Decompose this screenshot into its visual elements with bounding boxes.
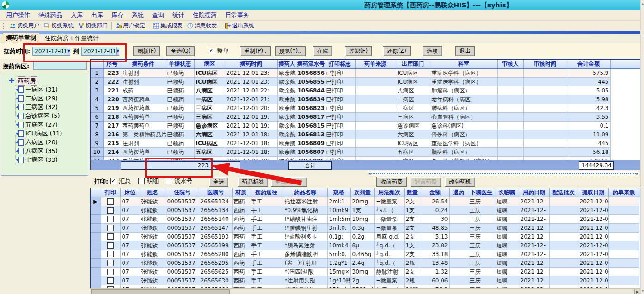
menu-item[interactable]: 系统 bbox=[132, 11, 144, 19]
column-header[interactable]: 病区 bbox=[194, 60, 225, 69]
scroll-right-icon[interactable]: ► bbox=[637, 172, 639, 176]
table-row[interactable]: 07张能钦0005153726565630西药手工*注射用头孢1g*10瓶2g¬… bbox=[91, 276, 640, 285]
scroll-right-icon[interactable]: ▶ bbox=[634, 289, 640, 294]
ward-filter-input[interactable] bbox=[33, 61, 87, 70]
checkbox-box[interactable] bbox=[166, 178, 172, 184]
tree-item-ward[interactable]: ICU病区 (11) bbox=[15, 129, 88, 138]
date-from-picker[interactable]: 2021-12-01 ▼ bbox=[32, 47, 70, 56]
action-button[interactable]: 过滤(F) bbox=[345, 46, 372, 56]
scroll-left-icon[interactable]: ◄ bbox=[368, 172, 370, 176]
menu-item[interactable]: 出库 bbox=[91, 11, 103, 19]
table-row[interactable]: 9215注射剂已领药ICU病区2021-12-01 18:欧余航1056809已… bbox=[91, 139, 640, 148]
report-button[interactable]: 集成报表 bbox=[153, 22, 183, 30]
action-button[interactable]: 改包药机 bbox=[445, 177, 475, 187]
checkbox-box[interactable] bbox=[110, 178, 117, 184]
table-row[interactable]: 5219西药摆药单已领药三病区2021-12-01 20:欧余航1056823已… bbox=[91, 104, 640, 113]
row-print-checkbox[interactable] bbox=[107, 260, 114, 266]
column-header[interactable]: 住院号 bbox=[166, 188, 199, 197]
menu-item[interactable]: 日常事务 bbox=[225, 11, 249, 19]
checkbox[interactable]: 汇总 bbox=[110, 177, 131, 185]
column-header[interactable]: 序号 bbox=[103, 60, 121, 69]
column-header[interactable]: 摆药时间 bbox=[225, 60, 277, 69]
table-row[interactable]: 3221成药已领药八病区2021-12-01 22:欧余航1056844已打印八… bbox=[91, 86, 640, 95]
column-header[interactable]: 审核时间 bbox=[523, 60, 567, 69]
column-header[interactable] bbox=[91, 60, 103, 69]
checkbox[interactable]: 明细 bbox=[138, 177, 159, 185]
column-header[interactable]: 医嘱号 bbox=[199, 188, 232, 197]
column-header[interactable] bbox=[639, 188, 640, 197]
table-row[interactable]: 07张能钦0005153726565147西药手工!*胺碘酮注射3ml:0.0.… bbox=[91, 224, 640, 233]
tree-item-ward[interactable]: 急诊病区 (5) bbox=[15, 111, 88, 120]
action-button[interactable]: 全成份发送 bbox=[271, 177, 307, 187]
column-header[interactable]: 药单来源 bbox=[608, 188, 639, 197]
action-button[interactable]: 选项 bbox=[423, 46, 442, 56]
action-button[interactable]: 在院 bbox=[313, 46, 332, 56]
action-button[interactable]: 收前药费 bbox=[376, 177, 407, 187]
column-header[interactable]: 材质 bbox=[232, 188, 250, 197]
column-header[interactable]: 出库部门 bbox=[396, 60, 430, 69]
column-header[interactable] bbox=[91, 188, 101, 197]
dropdown-arrow-icon[interactable]: ▼ bbox=[67, 47, 70, 55]
column-header[interactable]: 科室 bbox=[430, 60, 497, 69]
menu-item[interactable]: 统计 bbox=[172, 11, 184, 19]
tab-dispense-remake[interactable]: 摆药单重制 bbox=[3, 33, 39, 43]
column-header[interactable]: 摆药流水号 bbox=[296, 60, 325, 69]
switch-system-button[interactable]: 切换系统 bbox=[44, 22, 74, 30]
column-header[interactable]: 退药 bbox=[449, 188, 468, 197]
column-header[interactable]: 审核人 bbox=[497, 60, 523, 69]
dropdown-arrow-icon[interactable]: ▼ bbox=[116, 47, 119, 55]
table-row[interactable]: 6218西药摆药单已领药三病区2021-12-01 19:欧余航1056817已… bbox=[91, 113, 640, 122]
action-button[interactable]: 全选 bbox=[209, 177, 228, 187]
checkbox[interactable]: 流水号 bbox=[166, 177, 192, 185]
switch-dept-button[interactable]: 切换部门 bbox=[78, 22, 108, 30]
table-row[interactable]: 4220西药摆药单已领药一病区2021-12-01 21:欧余航1056834已… bbox=[91, 95, 640, 104]
table-row[interactable]: 07张能钦0005153726565193西药手工!*盐酸利多卡0.1g:0.2… bbox=[91, 233, 640, 241]
row-print-checkbox[interactable] bbox=[107, 216, 114, 222]
menu-item[interactable]: 住院摆药 bbox=[193, 11, 217, 19]
tree-item-ward[interactable]: 六病区 (20) bbox=[15, 138, 88, 147]
table-row[interactable]: 07张能钦0005153726565625西药手工*(国四)盐酸15mg×530… bbox=[91, 268, 640, 276]
column-header[interactable]: 摆药条件 bbox=[121, 60, 166, 69]
row-print-checkbox[interactable] bbox=[107, 207, 114, 214]
menu-item[interactable]: 特殊药品 bbox=[38, 11, 62, 19]
menu-item[interactable]: 用户操作 bbox=[6, 11, 30, 19]
column-header[interactable]: 单据状态 bbox=[166, 60, 194, 69]
message-button[interactable]: 消息收发 bbox=[187, 22, 217, 30]
checkbox-box[interactable] bbox=[209, 48, 215, 54]
action-button[interactable]: 退出 bbox=[455, 46, 475, 56]
column-header[interactable]: 金额 bbox=[421, 188, 449, 197]
action-button[interactable]: 预览(Y).. bbox=[275, 46, 306, 56]
row-print-checkbox[interactable] bbox=[107, 242, 114, 249]
menu-item[interactable]: 入库 bbox=[71, 11, 83, 19]
details-hscrollbar[interactable]: ▶ bbox=[90, 288, 640, 294]
date-to-picker[interactable]: 2021-12-01 ▼ bbox=[81, 47, 119, 56]
tree-item-ward[interactable]: 三病区 (32) bbox=[15, 103, 88, 111]
checkbox-box[interactable] bbox=[138, 178, 145, 184]
scrollbar-thumb[interactable] bbox=[91, 289, 230, 294]
table-row[interactable]: 07张能钦0005153726565666西药手工*碳酸氢钠注250ml:250… bbox=[91, 285, 640, 289]
table-row[interactable]: 10214西药摆药单已领药五病区2021-12-01 18:欧余航1056807… bbox=[91, 148, 640, 157]
menu-item[interactable]: 库存 bbox=[111, 11, 123, 19]
column-header[interactable]: 姓名 bbox=[140, 188, 166, 197]
row-print-checkbox[interactable] bbox=[107, 269, 114, 275]
column-header[interactable]: 次剂量 bbox=[350, 188, 374, 197]
user-lock-button[interactable]: 用户锁定 bbox=[116, 22, 145, 30]
column-header[interactable]: 数量 bbox=[404, 188, 421, 197]
table-row[interactable]: 07张能钦0005153726565280西药手工多烯磷脂酰胆5ml:0.0.4… bbox=[91, 250, 640, 259]
column-header[interactable]: 用法频次 bbox=[374, 188, 404, 197]
tree-item-ward[interactable]: 一病区 (31) bbox=[15, 85, 88, 94]
table-row[interactable]: 07张能钦0005153726565199西药手工*胰岛素注射10ml:48μ┘… bbox=[91, 241, 640, 250]
column-header[interactable]: 下嘱医生 bbox=[468, 188, 495, 197]
column-header[interactable]: 药品名称 bbox=[283, 188, 327, 197]
column-header[interactable]: 打印标志 bbox=[325, 60, 355, 69]
tree-item-ward[interactable]: 八病区 (35) bbox=[15, 147, 88, 155]
row-print-checkbox[interactable] bbox=[107, 233, 114, 240]
column-header[interactable]: 用药日期 bbox=[519, 188, 549, 197]
action-button[interactable]: 还原(Z) bbox=[383, 46, 411, 56]
table-row[interactable]: 07张能钦0005153726565295西药手工(省一)注射用1.2g*12.… bbox=[91, 259, 640, 268]
scroll-up-icon[interactable]: ▲ bbox=[641, 2, 644, 5]
row-print-checkbox[interactable] bbox=[107, 277, 114, 284]
tree-item-ward[interactable]: 二病区 (29) bbox=[15, 94, 88, 103]
table-row[interactable]: 07张能钦0005153726565134西药手工*0.9%氯化钠10ml:91… bbox=[91, 206, 640, 215]
column-header[interactable]: 打印 bbox=[101, 188, 120, 197]
